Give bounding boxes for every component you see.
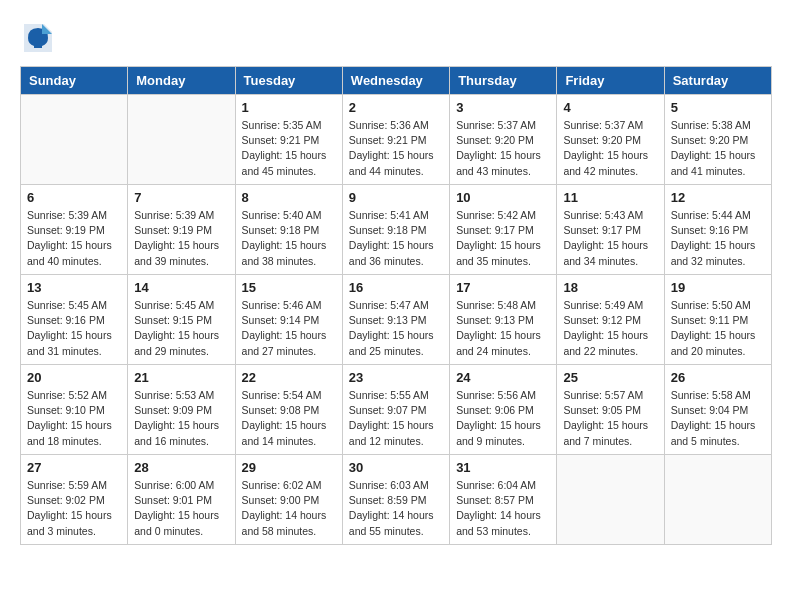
calendar-header: SundayMondayTuesdayWednesdayThursdayFrid… [21,67,772,95]
day-info: Sunrise: 5:38 AM Sunset: 9:20 PM Dayligh… [671,118,765,179]
day-number: 2 [349,100,443,115]
day-number: 26 [671,370,765,385]
day-info: Sunrise: 6:00 AM Sunset: 9:01 PM Dayligh… [134,478,228,539]
header-cell-thursday: Thursday [450,67,557,95]
day-cell: 7Sunrise: 5:39 AM Sunset: 9:19 PM Daylig… [128,185,235,275]
day-info: Sunrise: 5:45 AM Sunset: 9:16 PM Dayligh… [27,298,121,359]
day-cell: 28Sunrise: 6:00 AM Sunset: 9:01 PM Dayli… [128,455,235,545]
day-number: 22 [242,370,336,385]
day-info: Sunrise: 5:52 AM Sunset: 9:10 PM Dayligh… [27,388,121,449]
logo [20,20,60,56]
day-cell: 26Sunrise: 5:58 AM Sunset: 9:04 PM Dayli… [664,365,771,455]
day-number: 30 [349,460,443,475]
day-number: 6 [27,190,121,205]
day-number: 27 [27,460,121,475]
day-info: Sunrise: 5:37 AM Sunset: 9:20 PM Dayligh… [456,118,550,179]
day-number: 23 [349,370,443,385]
day-cell: 23Sunrise: 5:55 AM Sunset: 9:07 PM Dayli… [342,365,449,455]
calendar-body: 1Sunrise: 5:35 AM Sunset: 9:21 PM Daylig… [21,95,772,545]
day-info: Sunrise: 5:46 AM Sunset: 9:14 PM Dayligh… [242,298,336,359]
day-number: 31 [456,460,550,475]
day-cell: 12Sunrise: 5:44 AM Sunset: 9:16 PM Dayli… [664,185,771,275]
day-cell: 15Sunrise: 5:46 AM Sunset: 9:14 PM Dayli… [235,275,342,365]
week-row-4: 20Sunrise: 5:52 AM Sunset: 9:10 PM Dayli… [21,365,772,455]
day-cell: 14Sunrise: 5:45 AM Sunset: 9:15 PM Dayli… [128,275,235,365]
day-info: Sunrise: 5:39 AM Sunset: 9:19 PM Dayligh… [134,208,228,269]
day-cell: 2Sunrise: 5:36 AM Sunset: 9:21 PM Daylig… [342,95,449,185]
day-cell: 9Sunrise: 5:41 AM Sunset: 9:18 PM Daylig… [342,185,449,275]
day-info: Sunrise: 5:54 AM Sunset: 9:08 PM Dayligh… [242,388,336,449]
day-info: Sunrise: 5:53 AM Sunset: 9:09 PM Dayligh… [134,388,228,449]
day-cell: 17Sunrise: 5:48 AM Sunset: 9:13 PM Dayli… [450,275,557,365]
day-info: Sunrise: 5:47 AM Sunset: 9:13 PM Dayligh… [349,298,443,359]
day-info: Sunrise: 5:44 AM Sunset: 9:16 PM Dayligh… [671,208,765,269]
day-cell: 3Sunrise: 5:37 AM Sunset: 9:20 PM Daylig… [450,95,557,185]
week-row-5: 27Sunrise: 5:59 AM Sunset: 9:02 PM Dayli… [21,455,772,545]
day-cell [664,455,771,545]
day-info: Sunrise: 5:57 AM Sunset: 9:05 PM Dayligh… [563,388,657,449]
day-cell [557,455,664,545]
day-cell [128,95,235,185]
day-cell: 6Sunrise: 5:39 AM Sunset: 9:19 PM Daylig… [21,185,128,275]
week-row-3: 13Sunrise: 5:45 AM Sunset: 9:16 PM Dayli… [21,275,772,365]
day-number: 4 [563,100,657,115]
week-row-2: 6Sunrise: 5:39 AM Sunset: 9:19 PM Daylig… [21,185,772,275]
day-cell: 31Sunrise: 6:04 AM Sunset: 8:57 PM Dayli… [450,455,557,545]
day-info: Sunrise: 5:43 AM Sunset: 9:17 PM Dayligh… [563,208,657,269]
page-header [20,20,772,56]
week-row-1: 1Sunrise: 5:35 AM Sunset: 9:21 PM Daylig… [21,95,772,185]
day-number: 16 [349,280,443,295]
day-number: 14 [134,280,228,295]
day-cell: 11Sunrise: 5:43 AM Sunset: 9:17 PM Dayli… [557,185,664,275]
day-info: Sunrise: 5:41 AM Sunset: 9:18 PM Dayligh… [349,208,443,269]
day-info: Sunrise: 5:50 AM Sunset: 9:11 PM Dayligh… [671,298,765,359]
day-number: 19 [671,280,765,295]
day-info: Sunrise: 5:37 AM Sunset: 9:20 PM Dayligh… [563,118,657,179]
header-cell-saturday: Saturday [664,67,771,95]
day-cell: 21Sunrise: 5:53 AM Sunset: 9:09 PM Dayli… [128,365,235,455]
day-info: Sunrise: 5:39 AM Sunset: 9:19 PM Dayligh… [27,208,121,269]
day-number: 17 [456,280,550,295]
day-info: Sunrise: 5:58 AM Sunset: 9:04 PM Dayligh… [671,388,765,449]
day-number: 25 [563,370,657,385]
day-info: Sunrise: 5:42 AM Sunset: 9:17 PM Dayligh… [456,208,550,269]
day-cell: 27Sunrise: 5:59 AM Sunset: 9:02 PM Dayli… [21,455,128,545]
day-cell: 30Sunrise: 6:03 AM Sunset: 8:59 PM Dayli… [342,455,449,545]
header-cell-wednesday: Wednesday [342,67,449,95]
day-info: Sunrise: 5:59 AM Sunset: 9:02 PM Dayligh… [27,478,121,539]
day-cell: 13Sunrise: 5:45 AM Sunset: 9:16 PM Dayli… [21,275,128,365]
day-number: 15 [242,280,336,295]
day-cell: 29Sunrise: 6:02 AM Sunset: 9:00 PM Dayli… [235,455,342,545]
day-cell: 19Sunrise: 5:50 AM Sunset: 9:11 PM Dayli… [664,275,771,365]
day-info: Sunrise: 5:36 AM Sunset: 9:21 PM Dayligh… [349,118,443,179]
day-number: 7 [134,190,228,205]
day-info: Sunrise: 6:04 AM Sunset: 8:57 PM Dayligh… [456,478,550,539]
day-number: 11 [563,190,657,205]
day-number: 8 [242,190,336,205]
day-info: Sunrise: 6:02 AM Sunset: 9:00 PM Dayligh… [242,478,336,539]
header-cell-friday: Friday [557,67,664,95]
day-cell: 5Sunrise: 5:38 AM Sunset: 9:20 PM Daylig… [664,95,771,185]
day-number: 9 [349,190,443,205]
day-cell: 25Sunrise: 5:57 AM Sunset: 9:05 PM Dayli… [557,365,664,455]
day-info: Sunrise: 5:55 AM Sunset: 9:07 PM Dayligh… [349,388,443,449]
logo-icon [20,20,56,56]
day-number: 3 [456,100,550,115]
day-info: Sunrise: 5:35 AM Sunset: 9:21 PM Dayligh… [242,118,336,179]
day-number: 10 [456,190,550,205]
header-row: SundayMondayTuesdayWednesdayThursdayFrid… [21,67,772,95]
day-number: 18 [563,280,657,295]
day-info: Sunrise: 5:56 AM Sunset: 9:06 PM Dayligh… [456,388,550,449]
day-cell: 20Sunrise: 5:52 AM Sunset: 9:10 PM Dayli… [21,365,128,455]
day-info: Sunrise: 5:48 AM Sunset: 9:13 PM Dayligh… [456,298,550,359]
day-number: 12 [671,190,765,205]
day-cell: 24Sunrise: 5:56 AM Sunset: 9:06 PM Dayli… [450,365,557,455]
day-number: 24 [456,370,550,385]
day-number: 1 [242,100,336,115]
day-cell: 18Sunrise: 5:49 AM Sunset: 9:12 PM Dayli… [557,275,664,365]
day-cell: 16Sunrise: 5:47 AM Sunset: 9:13 PM Dayli… [342,275,449,365]
day-number: 13 [27,280,121,295]
day-info: Sunrise: 5:49 AM Sunset: 9:12 PM Dayligh… [563,298,657,359]
header-cell-tuesday: Tuesday [235,67,342,95]
day-info: Sunrise: 5:45 AM Sunset: 9:15 PM Dayligh… [134,298,228,359]
